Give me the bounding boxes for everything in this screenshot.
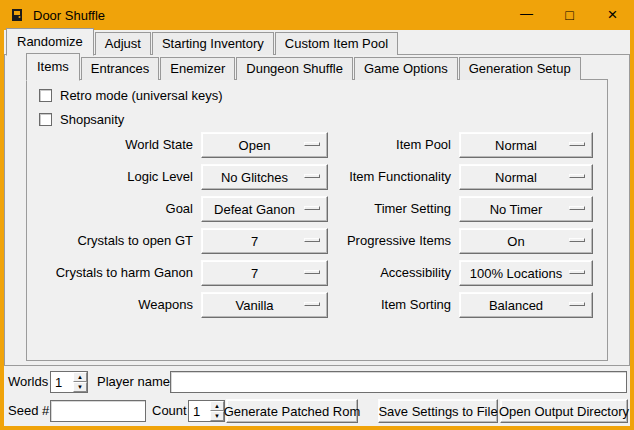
accessibility-label: Accessibility: [311, 260, 451, 286]
retro-mode-checkbox[interactable]: Retro mode (universal keys): [39, 87, 223, 103]
dropdown-value: Normal: [460, 138, 572, 153]
spin-up-icon[interactable]: ▲: [73, 372, 87, 382]
crystals-gt-label: Crystals to open GT: [27, 228, 193, 254]
checkbox-box-icon[interactable]: [39, 113, 52, 126]
app-window: Door Shuffle — □ × Randomize Adjust Star…: [0, 0, 634, 430]
dropdown-value: Defeat Ganon: [202, 202, 307, 217]
crystals-ganon-dropdown[interactable]: 7: [201, 260, 328, 286]
dropdown-indicator-icon: [569, 206, 585, 210]
dropdown-indicator-icon: [569, 142, 585, 146]
close-button[interactable]: ×: [591, 0, 634, 30]
items-tab-pane: Retro mode (universal keys) Shopsanity W…: [26, 79, 608, 361]
tab-game-options[interactable]: Game Options: [354, 57, 458, 80]
logic-level-label: Logic Level: [27, 164, 193, 190]
worlds-input[interactable]: [51, 372, 73, 392]
spin-up-icon[interactable]: ▲: [210, 401, 224, 411]
tab-enemizer[interactable]: Enemizer: [160, 57, 235, 80]
maximize-icon: □: [565, 7, 573, 23]
dropdown-indicator-icon: [569, 302, 585, 306]
spin-down-icon[interactable]: ▼: [73, 382, 87, 392]
worlds-spinbox[interactable]: ▲ ▼: [50, 371, 88, 393]
logic-level-dropdown[interactable]: No Glitches: [201, 164, 328, 190]
goal-dropdown[interactable]: Defeat Ganon: [201, 196, 328, 222]
world-state-label: World State: [27, 132, 193, 158]
inner-tab-bar: Items Entrances Enemizer Dungeon Shuffle…: [26, 57, 582, 80]
generate-patched-rom-button[interactable]: Generate Patched Rom: [226, 399, 358, 423]
seed-input[interactable]: [50, 400, 146, 422]
weapons-dropdown[interactable]: Vanilla: [201, 292, 328, 318]
tab-generation-setup[interactable]: Generation Setup: [459, 57, 581, 80]
tab-custom-item-pool[interactable]: Custom Item Pool: [275, 32, 398, 55]
progressive-items-dropdown[interactable]: On: [459, 228, 593, 254]
checkbox-label: Retro mode (universal keys): [60, 88, 223, 103]
dropdown-value: Vanilla: [202, 298, 307, 313]
shopsanity-checkbox[interactable]: Shopsanity: [39, 111, 124, 127]
player-names-input[interactable]: [170, 371, 627, 393]
tab-adjust[interactable]: Adjust: [95, 32, 151, 55]
window-title: Door Shuffle: [33, 8, 105, 23]
save-settings-button[interactable]: Save Settings to File: [378, 399, 498, 423]
dropdown-indicator-icon: [569, 238, 585, 242]
seed-label: Seed #: [8, 399, 49, 423]
count-input[interactable]: [189, 401, 210, 421]
item-sorting-label: Item Sorting: [311, 292, 451, 318]
progressive-items-label: Progressive Items: [311, 228, 451, 254]
item-pool-label: Item Pool: [311, 132, 451, 158]
world-state-dropdown[interactable]: Open: [201, 132, 328, 158]
spin-down-icon[interactable]: ▼: [210, 411, 224, 421]
crystals-ganon-label: Crystals to harm Ganon: [27, 260, 193, 286]
timer-setting-dropdown[interactable]: No Timer: [459, 196, 593, 222]
dropdown-value: 7: [202, 234, 307, 249]
dropdown-value: 100% Locations: [460, 266, 572, 281]
open-output-directory-button[interactable]: Open Output Directory: [500, 399, 628, 423]
minimize-icon: —: [520, 6, 533, 21]
player-names-label: Player names: [97, 371, 176, 393]
maximize-button[interactable]: □: [548, 0, 591, 30]
spin-buttons: ▲ ▼: [73, 372, 87, 392]
dropdown-value: Open: [202, 138, 307, 153]
minimize-button[interactable]: —: [505, 0, 548, 30]
dropdown-indicator-icon: [569, 270, 585, 274]
crystals-gt-dropdown[interactable]: 7: [201, 228, 328, 254]
dropdown-value: No Glitches: [202, 170, 307, 185]
item-functionality-label: Item Functionality: [311, 164, 451, 190]
goal-label: Goal: [27, 196, 193, 222]
worlds-label: Worlds: [8, 371, 48, 393]
tab-randomize[interactable]: Randomize: [6, 28, 94, 56]
window-content: Randomize Adjust Starting Inventory Cust…: [4, 30, 630, 426]
dropdown-value: No Timer: [460, 202, 572, 217]
count-spinbox[interactable]: ▲ ▼: [188, 400, 225, 422]
dropdown-value: On: [460, 234, 572, 249]
window-controls: — □ ×: [505, 0, 634, 30]
timer-setting-label: Timer Setting: [311, 196, 451, 222]
spin-buttons: ▲ ▼: [210, 401, 224, 421]
dropdown-value: Normal: [460, 170, 572, 185]
dropdown-indicator-icon: [569, 174, 585, 178]
count-label: Count: [152, 399, 187, 423]
accessibility-dropdown[interactable]: 100% Locations: [459, 260, 593, 286]
dropdown-value: 7: [202, 266, 307, 281]
item-sorting-dropdown[interactable]: Balanced: [459, 292, 593, 318]
tab-entrances[interactable]: Entrances: [81, 57, 160, 80]
titlebar: Door Shuffle — □ ×: [0, 0, 634, 30]
app-icon: [9, 7, 25, 23]
checkbox-label: Shopsanity: [60, 112, 124, 127]
dropdown-value: Balanced: [460, 298, 572, 313]
close-icon: ×: [608, 5, 618, 25]
checkbox-box-icon[interactable]: [39, 89, 52, 102]
tab-items[interactable]: Items: [26, 53, 80, 81]
tab-starting-inventory[interactable]: Starting Inventory: [152, 32, 274, 55]
item-functionality-dropdown[interactable]: Normal: [459, 164, 593, 190]
item-pool-dropdown[interactable]: Normal: [459, 132, 593, 158]
weapons-label: Weapons: [27, 292, 193, 318]
tab-dungeon-shuffle[interactable]: Dungeon Shuffle: [236, 57, 353, 80]
outer-tab-bar: Randomize Adjust Starting Inventory Cust…: [6, 32, 399, 55]
